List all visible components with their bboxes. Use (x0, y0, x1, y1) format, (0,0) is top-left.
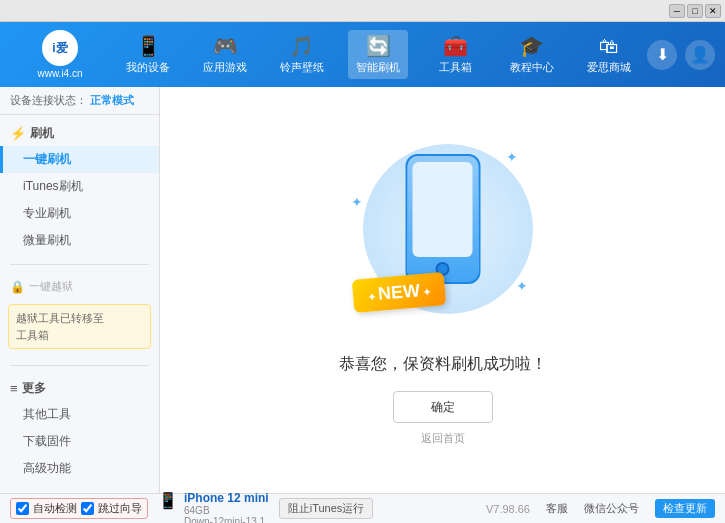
main-layout: 设备连接状态： 正常模式 ⚡ 刷机 一键刷机 iTunes刷机 专业刷机 微量刷… (0, 87, 725, 493)
phone-device (405, 154, 480, 284)
footer-left: 自动检测 跳过向导 📱 iPhone 12 mini 64GB Down-12m… (10, 491, 373, 524)
itunes-status-button[interactable]: 阻止iTunes运行 (279, 498, 374, 519)
check-update-button[interactable]: 检查更新 (655, 499, 715, 518)
nav-item-apps-games[interactable]: 🎮 应用游戏 (195, 30, 255, 79)
tutorials-label: 教程中心 (510, 60, 554, 75)
sidebar-item-download-firmware[interactable]: 下载固件 (0, 428, 159, 455)
device-info-area: 📱 iPhone 12 mini 64GB Down-12mini-13.1 (158, 491, 269, 524)
header: i爱 www.i4.cn 📱 我的设备 🎮 应用游戏 🎵 铃声壁纸 🔄 智能刷机… (0, 22, 725, 87)
flash-section-icon: ⚡ (10, 126, 26, 141)
sidebar-item-one-key-flash[interactable]: 一键刷机 (0, 146, 159, 173)
sidebar-section-flash: ⚡ 刷机 一键刷机 iTunes刷机 专业刷机 微量刷机 (0, 115, 159, 260)
device-info: iPhone 12 mini 64GB Down-12mini-13.1 (184, 491, 269, 524)
smart-flash-label: 智能刷机 (356, 60, 400, 75)
sparkle-icon-2: ✦ (351, 194, 363, 210)
device-phone-icon: 📱 (158, 491, 178, 510)
checkbox-group: 自动检测 跳过向导 (10, 498, 148, 519)
nav-item-tutorials[interactable]: 🎓 教程中心 (502, 30, 562, 79)
customer-service-link[interactable]: 客服 (546, 501, 568, 516)
logo-icon[interactable]: i爱 (42, 30, 78, 66)
sidebar: 设备连接状态： 正常模式 ⚡ 刷机 一键刷机 iTunes刷机 专业刷机 微量刷… (0, 87, 160, 493)
more-section-icon: ≡ (10, 381, 18, 396)
download-button[interactable]: ⬇ (647, 40, 677, 70)
version-label: V7.98.66 (486, 503, 530, 515)
nav-bar: 📱 我的设备 🎮 应用游戏 🎵 铃声壁纸 🔄 智能刷机 🧰 工具箱 🎓 教程中心… (110, 30, 647, 79)
sidebar-item-micro-flash[interactable]: 微量刷机 (0, 227, 159, 254)
nav-item-ringtones[interactable]: 🎵 铃声壁纸 (272, 30, 332, 79)
sidebar-section-jailbreak: 🔒 一键越狱 越狱工具已转移至工具箱 (0, 269, 159, 361)
toolbox-icon: 🧰 (443, 34, 468, 58)
sidebar-section-more-title: ≡ 更多 (0, 376, 159, 401)
toolbox-label: 工具箱 (439, 60, 472, 75)
sidebar-jailbreak-title: 🔒 一键越狱 (0, 275, 159, 298)
lock-icon: 🔒 (10, 280, 25, 294)
phone-screen (413, 162, 473, 257)
title-bar: ─ □ ✕ (0, 0, 725, 22)
sidebar-item-advanced[interactable]: 高级功能 (0, 455, 159, 482)
divider-1 (10, 264, 149, 265)
nav-item-my-device[interactable]: 📱 我的设备 (118, 30, 178, 79)
title-bar-buttons: ─ □ ✕ (669, 4, 721, 18)
account-button[interactable]: 👤 (685, 40, 715, 70)
skip-wizard-checkbox[interactable] (81, 502, 94, 515)
tutorials-icon: 🎓 (519, 34, 544, 58)
nav-item-shop[interactable]: 🛍 爱思商城 (579, 31, 639, 79)
status-label: 设备连接状态： (10, 94, 87, 106)
minimize-button[interactable]: ─ (669, 4, 685, 18)
sidebar-section-more: ≡ 更多 其他工具 下载固件 高级功能 (0, 370, 159, 488)
sidebar-item-pro-flash[interactable]: 专业刷机 (0, 200, 159, 227)
confirm-button[interactable]: 确定 (393, 391, 493, 423)
nav-item-toolbox[interactable]: 🧰 工具箱 (425, 30, 485, 79)
sidebar-item-other-tools[interactable]: 其他工具 (0, 401, 159, 428)
shop-icon: 🛍 (599, 35, 619, 58)
main-content: ✦ ✦ ✦ NEW 恭喜您，保资料刷机成功啦！ 确定 返回首页 (160, 87, 725, 493)
logo-area: i爱 www.i4.cn (10, 30, 110, 79)
skip-wizard-label: 跳过向导 (98, 501, 142, 516)
maximize-button[interactable]: □ (687, 4, 703, 18)
divider-2 (10, 365, 149, 366)
apps-games-label: 应用游戏 (203, 60, 247, 75)
header-right: ⬇ 👤 (647, 40, 715, 70)
status-bar: 设备连接状态： 正常模式 (0, 87, 159, 115)
jailbreak-notice: 越狱工具已转移至工具箱 (8, 304, 151, 349)
ringtones-icon: 🎵 (289, 34, 314, 58)
logo-url: www.i4.cn (37, 68, 82, 79)
sidebar-item-itunes-flash[interactable]: iTunes刷机 (0, 173, 159, 200)
shop-label: 爱思商城 (587, 60, 631, 75)
smart-flash-icon: 🔄 (366, 34, 391, 58)
footer-right: V7.98.66 客服 微信公众号 检查更新 (486, 499, 715, 518)
device-name: iPhone 12 mini (184, 491, 269, 505)
sparkle-icon-3: ✦ (516, 278, 528, 294)
sparkle-icon-1: ✦ (506, 149, 518, 165)
footer: 自动检测 跳过向导 📱 iPhone 12 mini 64GB Down-12m… (0, 493, 725, 523)
nav-item-smart-flash[interactable]: 🔄 智能刷机 (348, 30, 408, 79)
device-model: Down-12mini-13.1 (184, 516, 269, 524)
sidebar-section-flash-title: ⚡ 刷机 (0, 121, 159, 146)
auto-detect-checkbox[interactable] (16, 502, 29, 515)
phone-illustration: ✦ ✦ ✦ NEW (343, 134, 543, 334)
wechat-link[interactable]: 微信公众号 (584, 501, 639, 516)
close-button[interactable]: ✕ (705, 4, 721, 18)
device-storage: 64GB (184, 505, 269, 516)
status-value: 正常模式 (90, 94, 134, 106)
back-link[interactable]: 返回首页 (421, 431, 465, 446)
success-text: 恭喜您，保资料刷机成功啦！ (339, 354, 547, 375)
my-device-icon: 📱 (136, 34, 161, 58)
apps-games-icon: 🎮 (213, 34, 238, 58)
auto-detect-label: 自动检测 (33, 501, 77, 516)
ringtones-label: 铃声壁纸 (280, 60, 324, 75)
my-device-label: 我的设备 (126, 60, 170, 75)
